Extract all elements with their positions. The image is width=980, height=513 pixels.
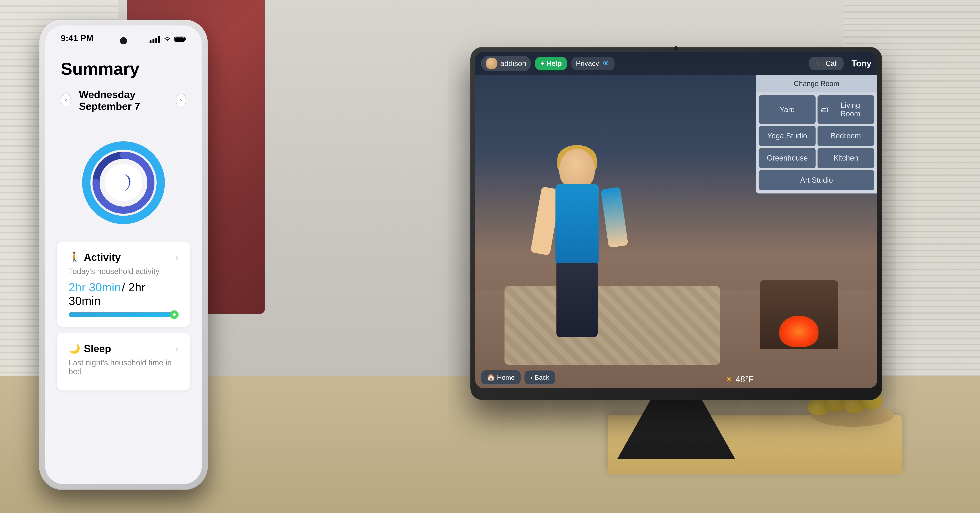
user-badge: addison bbox=[481, 56, 531, 71]
room-button-bedroom[interactable]: Bedroom bbox=[818, 126, 874, 146]
activity-value-hours: 2hr bbox=[68, 281, 89, 294]
avatar bbox=[518, 149, 636, 365]
room-label-living-room: Living Room bbox=[830, 101, 870, 118]
activity-icon: 🚶 bbox=[68, 252, 80, 263]
back-nav-button[interactable]: ‹ Back bbox=[525, 371, 555, 384]
room-panel-header: Change Room bbox=[756, 75, 877, 92]
sleep-card: 🌙 Sleep › Last night's household time in… bbox=[57, 333, 190, 390]
back-nav-label: ‹ Back bbox=[530, 374, 549, 381]
activity-title: Activity bbox=[84, 251, 121, 263]
date-navigation: ‹ Wednesday September 7 › bbox=[61, 89, 186, 112]
help-label: + Help bbox=[540, 59, 562, 68]
activity-subtitle: Today's household activity bbox=[68, 267, 178, 276]
activity-ring-container bbox=[45, 135, 202, 230]
progress-star-icon: ★ bbox=[170, 310, 178, 319]
tablet-bottom-bar: 🏠 Home ‹ Back bbox=[475, 366, 756, 388]
sleep-title: Sleep bbox=[84, 343, 111, 354]
room-selection-panel: Change Room Yard 🛋 Living Room Yoga Stud… bbox=[756, 75, 877, 193]
phone-device: 9:41 PM bbox=[39, 20, 208, 490]
activity-title-row: 🚶 Activity bbox=[68, 251, 121, 263]
activity-ring bbox=[80, 140, 167, 226]
room-button-greenhouse[interactable]: Greenhouse bbox=[759, 148, 816, 168]
summary-header: Summary ‹ Wednesday September 7 › bbox=[45, 47, 202, 132]
tony-label: Tony bbox=[851, 59, 872, 69]
signal-icon bbox=[150, 35, 160, 43]
tablet-camera bbox=[674, 46, 679, 51]
virtual-fireplace bbox=[760, 280, 838, 349]
sleep-icon: 🌙 bbox=[68, 343, 80, 354]
room-grid: Yard 🛋 Living Room Yoga Studio Bedroom bbox=[756, 92, 877, 193]
phone-screen: 9:41 PM bbox=[45, 25, 202, 484]
privacy-eye-icon: 👁 bbox=[603, 59, 610, 68]
help-button[interactable]: + Help bbox=[535, 57, 567, 70]
svg-rect-2 bbox=[175, 37, 184, 41]
room-button-living-room[interactable]: 🛋 Living Room bbox=[818, 95, 874, 124]
svg-point-8 bbox=[122, 142, 125, 145]
call-label: 📞 Call bbox=[815, 59, 838, 68]
sleep-subtitle: Last night's household time in bed bbox=[68, 358, 178, 376]
activity-progress-fill: ★ bbox=[68, 312, 175, 317]
temperature-value: 48°F bbox=[736, 374, 754, 384]
tablet-device: addison + Help Privacy: 👁 📞 Call Tony bbox=[470, 47, 882, 400]
summary-title: Summary bbox=[61, 59, 186, 79]
home-nav-button[interactable]: 🏠 Home bbox=[481, 370, 520, 384]
privacy-toggle[interactable]: Privacy: 👁 bbox=[571, 57, 615, 70]
room-button-kitchen[interactable]: Kitchen bbox=[818, 148, 874, 168]
avatar-arm-right bbox=[601, 187, 628, 248]
sleep-card-header: 🌙 Sleep › bbox=[68, 343, 178, 354]
svg-rect-1 bbox=[185, 38, 186, 40]
status-icons bbox=[150, 35, 186, 43]
home-nav-label: 🏠 Home bbox=[487, 373, 515, 381]
privacy-label: Privacy: bbox=[576, 59, 601, 68]
tablet-screen: addison + Help Privacy: 👁 📞 Call Tony bbox=[475, 52, 877, 388]
phone-content: Summary ‹ Wednesday September 7 › bbox=[45, 47, 202, 484]
room-button-yard[interactable]: Yard bbox=[759, 95, 816, 124]
room-button-art-studio[interactable]: Art Studio bbox=[759, 170, 874, 190]
user-name: addison bbox=[500, 59, 526, 68]
room-panel-title: Change Room bbox=[794, 80, 839, 88]
phone-camera bbox=[120, 37, 127, 44]
room-label-greenhouse: Greenhouse bbox=[767, 154, 808, 162]
activity-progress-bar: ★ bbox=[68, 312, 178, 317]
status-time: 9:41 PM bbox=[61, 33, 93, 43]
wifi-icon bbox=[163, 36, 172, 43]
activity-card-header: 🚶 Activity › bbox=[68, 251, 178, 263]
prev-date-button[interactable]: ‹ bbox=[61, 94, 71, 107]
activity-value-minutes: 30min bbox=[89, 281, 121, 294]
sleep-title-row: 🌙 Sleep bbox=[68, 343, 111, 354]
activity-chevron[interactable]: › bbox=[175, 252, 178, 263]
room-label-art-studio: Art Studio bbox=[800, 176, 833, 185]
current-date: Wednesday September 7 bbox=[79, 89, 168, 112]
avatar-body bbox=[555, 184, 598, 267]
avatar-head bbox=[559, 149, 595, 188]
temperature-display: ☀ 48°F bbox=[725, 374, 754, 384]
room-button-yoga-studio[interactable]: Yoga Studio bbox=[759, 126, 816, 146]
activity-card: 🚶 Activity › Today's household activity … bbox=[57, 242, 190, 327]
activity-values: 2hr 30min / 2hr 30min bbox=[68, 280, 178, 307]
room-label-yoga-studio: Yoga Studio bbox=[767, 132, 807, 140]
next-date-button[interactable]: › bbox=[176, 94, 186, 107]
call-button[interactable]: 📞 Call bbox=[809, 57, 843, 70]
battery-icon bbox=[175, 36, 186, 42]
svg-point-7 bbox=[105, 164, 142, 201]
room-label-yard: Yard bbox=[780, 105, 795, 114]
avatar-icon bbox=[486, 57, 498, 69]
sun-icon: ☀ bbox=[725, 374, 733, 384]
living-room-icon: 🛋 bbox=[821, 105, 829, 114]
avatar-pants bbox=[557, 263, 598, 337]
room-label-bedroom: Bedroom bbox=[830, 132, 861, 140]
tablet-frame: addison + Help Privacy: 👁 📞 Call Tony bbox=[470, 47, 882, 400]
sleep-chevron[interactable]: › bbox=[175, 343, 178, 354]
tablet-top-bar: addison + Help Privacy: 👁 📞 Call Tony bbox=[475, 52, 877, 75]
room-label-kitchen: Kitchen bbox=[834, 154, 858, 162]
